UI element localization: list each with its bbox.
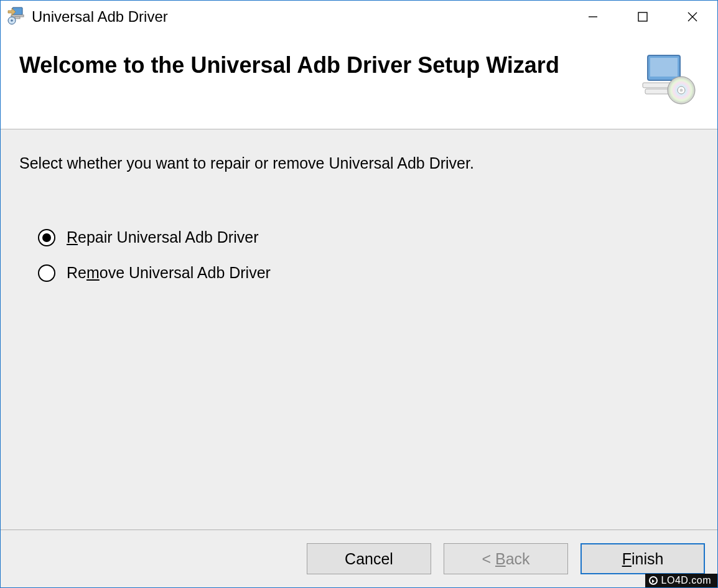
button-label: Cancel — [345, 550, 393, 568]
cancel-button[interactable]: Cancel — [307, 543, 431, 574]
refresh-icon — [649, 576, 658, 585]
close-button[interactable] — [668, 1, 717, 33]
radio-label: Remove Universal Adb Driver — [67, 264, 271, 282]
titlebar: Universal Adb Driver — [1, 1, 717, 33]
maximize-button[interactable] — [618, 1, 668, 33]
wizard-header: Welcome to the Universal Adb Driver Setu… — [1, 33, 717, 129]
radio-indicator-icon — [38, 229, 55, 246]
watermark-text: LO4D.com — [661, 575, 711, 586]
radio-indicator-icon — [38, 264, 55, 282]
window-controls — [568, 1, 717, 33]
button-label: < Back — [482, 550, 529, 568]
wizard-footer: Cancel < Back Finish — [1, 530, 717, 587]
source-watermark: LO4D.com — [645, 574, 717, 587]
button-label: Finish — [622, 550, 664, 568]
setup-computer-icon — [636, 52, 696, 110]
installer-window: Universal Adb Driver Welcome to the Univ… — [0, 0, 718, 588]
svg-rect-2 — [15, 17, 20, 19]
svg-rect-4 — [638, 12, 647, 21]
installer-icon — [7, 6, 27, 28]
page-title: Welcome to the Universal Adb Driver Setu… — [19, 52, 559, 78]
svg-rect-6 — [650, 58, 678, 77]
finish-button[interactable]: Finish — [580, 543, 705, 574]
instruction-text: Select whether you want to repair or rem… — [19, 154, 699, 172]
minimize-button[interactable] — [568, 1, 618, 33]
radio-remove[interactable]: Remove Universal Adb Driver — [38, 264, 699, 282]
wizard-body: Select whether you want to repair or rem… — [1, 129, 717, 530]
back-button: < Back — [444, 543, 568, 574]
option-group: Repair Universal Adb Driver Remove Unive… — [38, 228, 699, 282]
window-title: Universal Adb Driver — [32, 8, 168, 26]
radio-label: Repair Universal Adb Driver — [67, 228, 258, 246]
svg-point-11 — [680, 89, 683, 92]
radio-repair[interactable]: Repair Universal Adb Driver — [38, 228, 699, 246]
